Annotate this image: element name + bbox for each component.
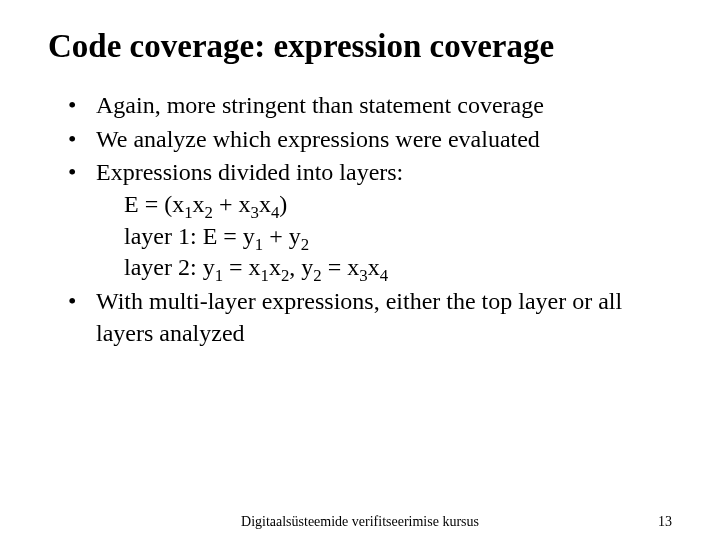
subscript: 1 [261,266,269,285]
expr-text: + y [263,223,301,249]
bullet-text: Expressions divided into layers: [96,159,403,185]
expr-text: = x [223,254,261,280]
expr-text: x [193,191,205,217]
expr-text: layer 2: y [124,254,215,280]
subscript: 4 [380,266,388,285]
bullet-item: Again, more stringent than statement cov… [68,90,672,122]
bullet-item: With multi-layer expressions, either the… [68,286,672,349]
expression-line: layer 1: E = y1 + y2 [96,221,672,253]
subscript: 1 [215,266,223,285]
expression-line: E = (x1x2 + x3x4) [96,189,672,221]
expression-line: layer 2: y1 = x1x2, y2 = x3x4 [96,252,672,284]
expr-text: layer 1: E = y [124,223,255,249]
page-number: 13 [658,514,672,530]
subscript: 2 [301,234,309,253]
expr-text: E = (x [124,191,184,217]
expr-text: x [259,191,271,217]
expr-text: , y [289,254,313,280]
expr-text: x [269,254,281,280]
subscript: 2 [313,266,321,285]
footer-course-name: Digitaalsüsteemide verifitseerimise kurs… [241,514,479,530]
subscript: 3 [251,203,259,222]
slide: Code coverage: expression coverage Again… [0,0,720,540]
subscript: 3 [359,266,367,285]
expr-text: = x [322,254,360,280]
bullet-list: Again, more stringent than statement cov… [68,90,672,349]
subscript: 2 [205,203,213,222]
bullet-item: Expressions divided into layers: E = (x1… [68,157,672,284]
subscript: 1 [255,234,263,253]
expr-text: ) [279,191,287,217]
expr-text: + x [213,191,251,217]
expr-text: x [368,254,380,280]
slide-title: Code coverage: expression coverage [48,28,672,66]
subscript: 1 [184,203,192,222]
bullet-item: We analyze which expressions were evalua… [68,124,672,156]
